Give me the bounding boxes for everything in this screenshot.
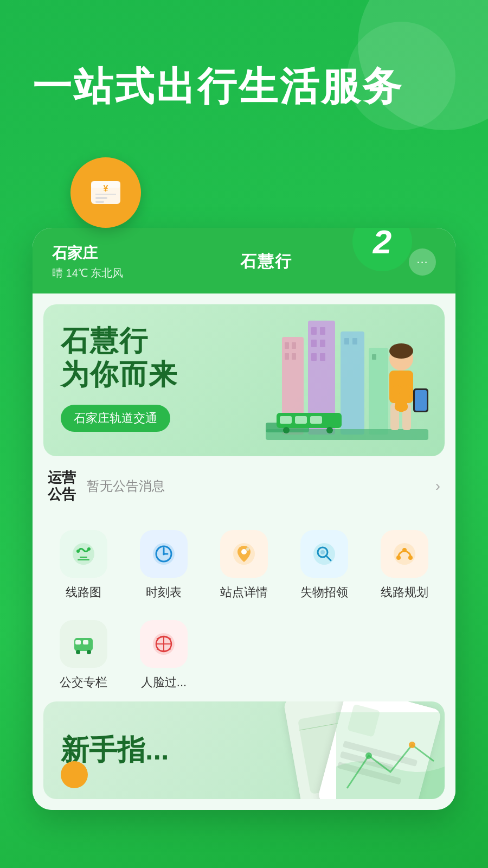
face-label: 人脸过... [141,674,187,691]
menu-item-timetable[interactable]: 时刻表 [124,521,204,611]
svg-point-53 [246,547,249,551]
more-dots-icon: ··· [416,255,428,269]
banner-cta-label: 石家庄轨道交通 [74,411,157,425]
guide-title: 新手指... [43,731,169,769]
svg-point-38 [389,343,413,359]
banner-svg [249,304,445,456]
notice-arrow-icon: › [435,477,440,495]
svg-rect-8 [285,342,289,349]
coupon-svg-icon: ¥ [87,174,125,212]
svg-rect-21 [352,338,357,344]
phone-card: 2 石家庄 晴 14℃ 东北风 石慧行 ··· 石慧行 为你而来 石家庄轨道交通 [33,228,455,810]
city-name: 石家庄 [52,243,123,264]
notice-text: 暂无公告消息 [87,477,435,495]
route-plan-label: 线路规划 [381,584,428,601]
svg-rect-5 [95,201,104,203]
svg-rect-10 [285,353,289,360]
hero-title: 一站式出行生活服务 [33,65,403,108]
svg-rect-18 [320,353,325,361]
svg-point-30 [283,427,290,433]
svg-rect-9 [292,342,296,349]
svg-rect-14 [320,327,325,335]
weather-info: 石家庄 晴 14℃ 东北风 [52,243,123,280]
banner-title-line1: 石慧行 [61,324,178,358]
svg-point-65 [76,650,80,654]
timetable-icon [140,530,188,578]
svg-point-52 [241,549,247,554]
station-label: 站点详情 [220,584,268,601]
bottom-section: 新手指... [33,701,455,810]
route-map-icon [60,530,107,578]
svg-point-50 [163,553,165,555]
svg-rect-29 [310,416,322,424]
svg-point-61 [402,548,407,552]
svg-point-41 [73,543,94,565]
lost-found-icon [300,530,348,578]
svg-point-66 [87,650,91,654]
svg-point-59 [396,556,401,560]
svg-rect-23 [372,354,376,360]
svg-rect-11 [292,353,296,360]
coupon-icon[interactable]: ¥ [70,157,141,228]
svg-rect-20 [344,338,349,344]
svg-point-81 [409,742,415,748]
bus-icon [60,620,107,668]
weather-detail: 晴 14℃ 东北风 [52,266,123,280]
svg-point-42 [76,550,80,553]
svg-point-58 [394,543,415,565]
banner-illustration [249,304,445,456]
timetable-label: 时刻表 [146,584,182,601]
notice-bar[interactable]: 运营 公告 暂无公告消息 › [33,456,455,516]
svg-rect-28 [295,416,307,424]
route-plan-icon [381,530,428,578]
svg-rect-16 [320,340,325,347]
svg-rect-63 [75,640,81,644]
svg-point-54 [313,543,335,565]
svg-rect-22 [369,348,388,435]
svg-point-43 [87,547,91,551]
svg-point-80 [365,752,372,759]
map-corner-illustration [336,712,445,799]
menu-item-route-plan[interactable]: 线路规划 [364,521,445,611]
notice-label: 运营 公告 [48,469,76,503]
svg-rect-15 [311,340,317,347]
svg-rect-17 [311,353,317,361]
route-map-label: 线路图 [66,584,101,601]
menu-item-lost-found[interactable]: 失物招领 [284,521,364,611]
svg-text:¥: ¥ [104,184,108,193]
badge-number: 2 [373,228,391,261]
menu-item-bus[interactable]: 公交专栏 [43,611,124,701]
guide-card[interactable]: 新手指... [43,701,445,799]
svg-point-31 [326,427,333,433]
svg-rect-64 [83,640,88,644]
lost-found-label: 失物招领 [300,584,348,601]
svg-point-60 [408,556,413,560]
promo-banner: 石慧行 为你而来 石家庄轨道交通 [43,304,445,456]
face-icon [140,620,188,668]
more-button[interactable]: ··· [409,248,436,276]
menu-item-route-map[interactable]: 线路图 [43,521,124,611]
app-title: 石慧行 [240,251,292,273]
svg-rect-27 [280,416,292,424]
menu-item-face[interactable]: 人脸过... [124,611,204,701]
banner-text: 石慧行 为你而来 石家庄轨道交通 [61,324,178,432]
station-icon [220,530,268,578]
banner-cta-button[interactable]: 石家庄轨道交通 [61,405,170,432]
bus-label: 公交专栏 [60,674,107,691]
svg-rect-4 [95,197,107,199]
svg-rect-19 [341,331,364,435]
svg-point-57 [320,550,325,554]
menu-grid: 线路图 时刻表 站点详情 失物招领 线路规划 [33,516,455,701]
svg-rect-44 [80,557,87,558]
banner-title: 石慧行 为你而来 [61,324,178,392]
banner-title-line2: 为你而来 [61,358,178,391]
svg-rect-45 [78,559,89,560]
guide-orange-dot [61,761,88,788]
svg-rect-13 [311,327,317,335]
svg-rect-40 [415,390,427,411]
menu-item-station[interactable]: 站点详情 [204,521,284,611]
